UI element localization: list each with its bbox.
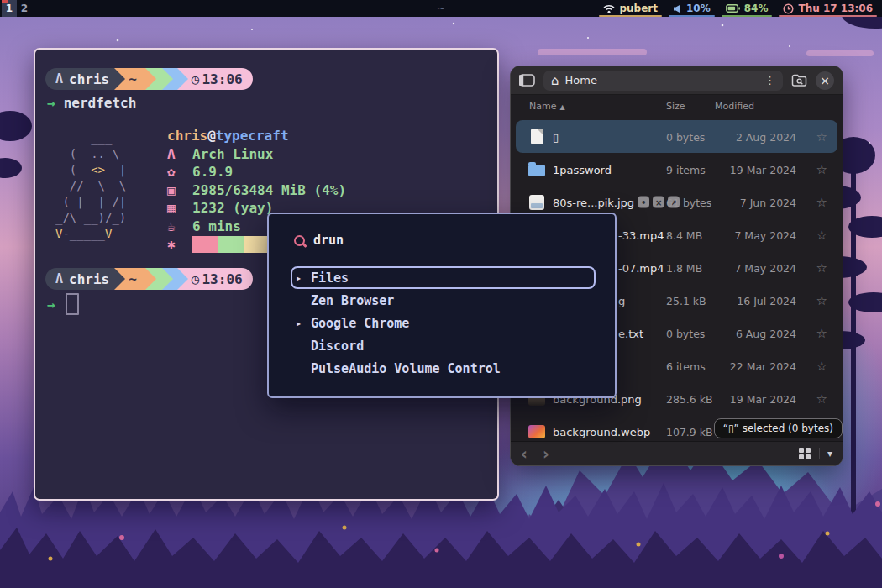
fetch-value: Arch Linux — [192, 146, 273, 162]
file-name: background.webp — [553, 425, 650, 438]
image-icon — [528, 193, 546, 212]
file-modified: 6 Aug 2024 — [736, 327, 796, 339]
star-icon[interactable]: ☆ — [816, 228, 827, 243]
workspace-switcher: 12 — [2, 0, 32, 17]
file-name: g — [618, 294, 625, 307]
file-modified: 7 Jun 2024 — [740, 196, 796, 208]
prompt-arrow-icon: → — [47, 297, 55, 312]
wifi-icon — [603, 4, 615, 13]
grid-view-icon[interactable] — [799, 448, 811, 459]
fetch-user-host: chris@typecraft — [167, 127, 346, 145]
prompt-clock-icon: ◷ — [192, 71, 200, 87]
fetch-value: 6.9.9 — [192, 164, 233, 180]
submenu-arrow-icon: ▸ — [296, 318, 304, 329]
star-icon[interactable]: ☆ — [816, 293, 827, 308]
back-button[interactable]: ‹ — [521, 444, 543, 463]
menu-kebab-icon[interactable]: ⋮ — [764, 74, 775, 87]
column-headers: Name▲ Size Modified — [511, 95, 843, 117]
star-icon[interactable]: ☆ — [816, 260, 827, 276]
prompt-line-2: Λchris ~ ◷13:06 — [45, 268, 253, 290]
arch-prompt-icon: Λ — [55, 271, 63, 286]
battery-label: 84% — [744, 3, 769, 14]
volume-module[interactable]: 10% — [665, 0, 718, 17]
packages-icon: ▦ — [167, 199, 192, 218]
app-launcher[interactable]: drun ▸FilesZen Browser▸Google ChromeDisc… — [267, 213, 617, 398]
prompt-cwd: ~ — [125, 68, 145, 90]
submenu-arrow-icon: ▸ — [296, 272, 304, 284]
file-size: 25.1 kB — [666, 294, 706, 307]
column-name[interactable]: Name▲ — [529, 101, 565, 112]
file-row[interactable]: 1password9 items19 Mar 2024☆ — [516, 153, 837, 186]
forward-button[interactable]: › — [543, 444, 564, 463]
file-modified: 19 Mar 2024 — [730, 163, 796, 176]
launcher-item-files[interactable]: ▸Files — [269, 266, 615, 289]
star-icon[interactable]: ☆ — [816, 162, 827, 177]
command-line: → nerdfetch — [47, 95, 136, 111]
network-label: pubert — [619, 3, 658, 14]
launcher-search[interactable]: drun — [294, 233, 344, 248]
sidebar-toggle-icon[interactable] — [519, 74, 535, 87]
top-status-bar: 12 ~ pubert 10% — [0, 0, 882, 17]
column-size[interactable]: Size — [666, 101, 685, 112]
file-icon — [528, 128, 546, 146]
close-button[interactable]: × — [816, 71, 834, 90]
command-text: nerdfetch — [64, 95, 137, 111]
file-size: 0 bytes — [666, 327, 705, 339]
file-row[interactable]: ▯0 bytes2 Aug 2024☆ — [516, 120, 837, 153]
file-size: 0 bytes — [666, 130, 705, 143]
lock-emblem-icon: • — [638, 197, 649, 208]
workspace-2[interactable]: 2 — [17, 0, 32, 17]
launcher-item-label: Files — [311, 270, 349, 286]
file-size: 61 bytes — [666, 196, 711, 208]
files-headerbar: ⌂ Home ⋮ × — [511, 66, 843, 95]
column-modified[interactable]: Modified — [715, 101, 754, 112]
path-bar[interactable]: ⌂ Home ⋮ — [543, 71, 783, 91]
memory-icon: ▣ — [167, 181, 192, 200]
palette-icon: ✱ — [167, 235, 192, 254]
arch-icon: Λ — [167, 145, 192, 164]
file-name: -07.mp4 — [618, 261, 664, 274]
file-size: 6 items — [666, 360, 706, 372]
x-emblem-icon: × — [653, 197, 664, 208]
view-options-caret-icon[interactable]: ▾ — [819, 448, 832, 459]
home-icon: ⌂ — [551, 73, 559, 88]
file-name: -33.mp4 — [618, 228, 664, 241]
nerdfetch-ascii-art: ___ ( .. \ ( <> | // \ \ ( | | /| _/\ __… — [55, 130, 126, 242]
launcher-item-label: PulseAudio Volume Control — [311, 361, 501, 376]
launcher-item-zen-browser[interactable]: Zen Browser — [269, 289, 615, 312]
folder-icon — [528, 160, 546, 179]
star-icon[interactable]: ☆ — [816, 129, 827, 144]
terminal-cursor — [66, 293, 79, 315]
prompt-user: chris — [69, 71, 109, 87]
fetch-value: 6 mins — [192, 218, 241, 234]
prompt-user: chris — [69, 271, 109, 287]
file-size: 1.8 MB — [666, 261, 702, 274]
kernel-icon: ✿ — [167, 163, 192, 181]
speaker-icon — [673, 4, 682, 13]
file-name: e.txt — [618, 327, 643, 339]
launcher-item-label: Google Chrome — [311, 316, 409, 331]
launcher-item-discord[interactable]: Discord — [269, 334, 615, 357]
workspace-1[interactable]: 1 — [2, 0, 17, 17]
clock-module[interactable]: Thu 17 13:06 — [775, 0, 880, 17]
network-module[interactable]: pubert — [596, 0, 665, 17]
battery-module[interactable]: 84% — [718, 0, 776, 17]
star-icon[interactable]: ☆ — [816, 326, 827, 341]
fetch-row: ΛArch Linux — [167, 145, 346, 164]
volume-label: 10% — [686, 3, 711, 14]
file-modified: 16 Jul 2024 — [737, 294, 796, 307]
location-label: Home — [565, 74, 597, 87]
launcher-item-google-chrome[interactable]: ▸Google Chrome — [269, 312, 615, 334]
search-icon[interactable] — [791, 74, 807, 87]
file-size: 285.6 kB — [666, 392, 713, 405]
star-icon[interactable]: ☆ — [816, 195, 827, 210]
launcher-item-pulseaudio-volume-control[interactable]: PulseAudio Volume Control — [269, 357, 615, 380]
magnifier-icon — [294, 235, 305, 246]
input-line[interactable]: → — [47, 293, 79, 315]
search-query: drun — [313, 233, 344, 248]
star-icon[interactable]: ☆ — [816, 391, 827, 407]
star-icon[interactable]: ☆ — [816, 359, 827, 374]
file-modified: 7 May 2024 — [734, 261, 796, 274]
fetch-row: ✿6.9.9 — [167, 163, 346, 181]
file-modified: 19 Mar 2024 — [730, 392, 796, 405]
